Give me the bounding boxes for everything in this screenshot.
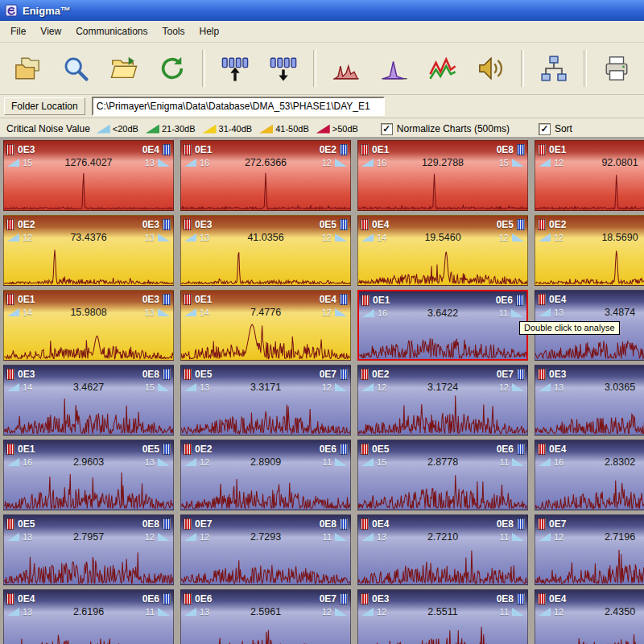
legend-range-label: 41-50dB <box>275 124 309 134</box>
logger-icon-left <box>538 219 546 230</box>
noise-triangle-left <box>361 383 374 391</box>
logger-tile[interactable]: 0E3 0E8 14 3.4627 15 <box>3 365 174 436</box>
logger-tile[interactable]: 0E1 0E6 16 3.6422 11 <box>357 290 528 361</box>
refresh-button[interactable] <box>148 46 196 91</box>
noise-triangle-right <box>512 383 524 391</box>
logger-id-right: 0E8 <box>497 144 514 155</box>
loggers-download-button[interactable] <box>259 46 308 91</box>
logger-tile[interactable]: 0E5 0E7 13 3.3171 12 <box>180 365 351 436</box>
logger-level-left: 12 <box>377 607 388 617</box>
tile-header: 0E4 0E8 <box>358 515 527 530</box>
folder-path-input[interactable] <box>92 97 385 116</box>
logger-tile[interactable]: 0E4 0E8 13 2.7210 11 <box>357 514 528 585</box>
copy-folders-button[interactable] <box>3 46 52 91</box>
logger-icon-right <box>163 219 171 230</box>
logger-id-left: 0E2 <box>195 444 212 455</box>
logger-tile[interactable]: 0E1 0E3 14 15.9808 13 <box>3 290 174 361</box>
search-button[interactable] <box>52 46 100 91</box>
printer-button[interactable] <box>592 46 641 91</box>
logger-id-right: 0E7 <box>497 369 514 380</box>
noise-triangle-right <box>158 233 170 242</box>
tile-header: 0E3 0E5 <box>181 216 350 231</box>
tile-info: 13 2.7957 12 <box>4 530 173 543</box>
logger-level-left: 14 <box>23 382 34 392</box>
logger-id-right: 0E8 <box>142 369 159 380</box>
logger-tile[interactable]: 0E4 0E5 14 19.5460 12 <box>357 215 528 286</box>
logger-tile[interactable]: 0E1 12 92.0801 <box>535 140 644 211</box>
menu-item-file[interactable]: File <box>3 23 33 40</box>
logger-tile[interactable]: 0E4 16 2.8302 <box>535 440 644 510</box>
noise-value: 7.4776 <box>214 307 317 318</box>
tile-info: 14 19.5460 12 <box>358 231 527 244</box>
menu-item-help[interactable]: Help <box>192 23 227 40</box>
noise-value: 2.5961 <box>214 606 317 617</box>
speaker-button[interactable] <box>467 46 515 91</box>
menu-bar: FileViewCommunicationsToolsHelp <box>0 21 644 43</box>
logger-tile[interactable]: 0E2 0E6 12 2.8909 11 <box>180 440 351 510</box>
checkbox-box[interactable]: ✓ <box>539 123 551 135</box>
noise-value: 73.4376 <box>37 232 140 243</box>
logger-id-right: 0E5 <box>320 219 336 230</box>
tile-header: 0E2 0E7 <box>358 365 527 381</box>
noise-triangle-right <box>335 383 347 391</box>
logger-level-left: 12 <box>377 382 388 392</box>
network-button[interactable] <box>530 46 578 91</box>
toolbar <box>0 43 644 95</box>
chart-grid: 0E3 0E4 15 1276.4027 13 0E1 0E2 16 272.6… <box>0 137 644 644</box>
logger-tile[interactable]: 0E1 0E5 16 2.9603 13 <box>3 440 174 510</box>
logger-tile[interactable]: 0E5 0E8 13 2.7957 12 <box>3 514 174 585</box>
legend-range-41-50db: 41-50dB <box>259 124 309 134</box>
logger-icon-left <box>184 294 192 305</box>
histogram-red-button[interactable] <box>322 46 370 91</box>
noise-triangle-right <box>335 233 347 242</box>
logger-tile[interactable]: 0E1 0E8 16 129.2788 15 <box>357 140 528 211</box>
logger-tile[interactable]: 0E2 0E3 12 73.4376 13 <box>3 215 174 286</box>
menu-item-communications[interactable]: Communications <box>68 23 155 40</box>
logger-tile[interactable]: 0E3 0E4 15 1276.4027 13 <box>3 140 174 211</box>
logger-id-left: 0E1 <box>372 144 389 155</box>
logger-tile[interactable]: 0E3 0E8 12 2.5511 11 <box>357 589 528 644</box>
logger-tile[interactable]: 0E4 12 2.4350 <box>535 589 644 644</box>
checkbox-normalize-charts-500ms[interactable]: ✓Normalize Charts (500ms) <box>381 123 510 135</box>
logger-tile[interactable]: 0E2 0E7 12 3.1724 12 <box>357 365 528 436</box>
legend-title: Critical Noise Value <box>6 123 90 134</box>
menu-item-tools[interactable]: Tools <box>155 23 192 40</box>
open-database-button[interactable] <box>100 46 148 91</box>
noise-spectrum-chart <box>359 320 526 359</box>
toolbar-separator <box>313 50 316 87</box>
logger-level-right: 11 <box>497 532 509 542</box>
tile-info: 13 3.4874 <box>535 306 644 319</box>
checkbox-sort[interactable]: ✓Sort <box>539 123 572 135</box>
noise-triangle-right <box>335 308 347 316</box>
logger-tile[interactable]: 0E7 0E8 12 2.7293 11 <box>180 514 351 585</box>
logger-tile[interactable]: 0E3 13 3.0365 <box>535 365 644 436</box>
loggers-upload-button[interactable] <box>211 46 259 91</box>
logger-level-left: 13 <box>200 233 211 242</box>
logger-tile[interactable]: 0E4 0E6 13 2.6196 11 <box>3 589 174 644</box>
logger-tile[interactable]: 0E6 0E7 13 2.5961 12 <box>180 589 351 644</box>
noise-value: 2.5511 <box>391 606 494 617</box>
logger-tile[interactable]: 0E5 0E6 15 2.8778 11 <box>357 440 528 510</box>
logger-tile[interactable]: 0E2 12 18.5690 <box>535 215 644 286</box>
checkbox-box[interactable]: ✓ <box>381 123 393 135</box>
logger-tile[interactable]: 0E3 0E5 13 41.0356 12 <box>180 215 351 286</box>
toolbar-separator <box>584 50 587 87</box>
noise-triangle-left <box>184 308 196 316</box>
tile-header: 0E2 <box>535 216 644 231</box>
noise-value: 2.7293 <box>214 531 317 543</box>
logger-tile[interactable]: 0E1 0E2 16 272.6366 12 <box>180 140 351 211</box>
noise-value: 2.7196 <box>568 531 644 543</box>
logger-icon-left <box>538 144 546 155</box>
logger-tile[interactable]: 0E1 0E4 14 7.4776 12 <box>180 290 351 361</box>
histogram-purple-button[interactable] <box>370 46 419 91</box>
noise-spectrum-chart <box>358 169 527 210</box>
overlay-charts-button[interactable] <box>419 46 467 91</box>
menu-item-view[interactable]: View <box>33 23 68 40</box>
logger-level-right: 12 <box>320 233 332 242</box>
noise-value: 18.5690 <box>568 232 644 243</box>
logger-icon-right <box>163 518 171 530</box>
noise-spectrum-chart <box>4 543 173 584</box>
noise-value: 2.6196 <box>37 606 140 617</box>
logger-tile[interactable]: 0E7 12 2.7196 <box>535 514 644 585</box>
noise-triangle-left <box>7 608 19 616</box>
